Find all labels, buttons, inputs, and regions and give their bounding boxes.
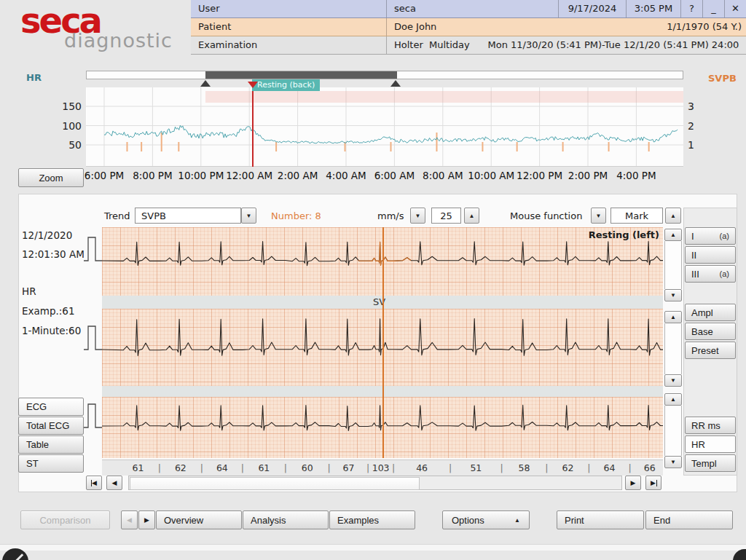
strip3-scroll-up-icon[interactable]: ▲ [664, 393, 682, 406]
trend-cursor-marker-icon[interactable] [248, 82, 258, 88]
beat-separator: | [392, 462, 395, 473]
ecg-scrollbar-track[interactable] [128, 476, 622, 490]
strip2-scroll-track[interactable] [664, 323, 682, 374]
end-button[interactable]: End [645, 510, 733, 529]
strip2-scrollbar[interactable]: ▲ ▼ [664, 311, 682, 387]
user-value: seca [387, 0, 558, 17]
trend-night-segment[interactable] [205, 71, 397, 79]
trend-time-tick: 8:00 AM [417, 170, 468, 181]
help-button[interactable]: ? [680, 0, 702, 17]
mouse-function-value[interactable]: Mark [610, 208, 663, 224]
examination-label: Examination [191, 36, 387, 54]
current-time: 3:05 PM [626, 0, 680, 17]
patient-dob: 1/1/1970 (54 Y.) [632, 18, 746, 36]
right-button-panel: I(a)IIIII(a)AmplBasePresetRR msHRTempl [683, 208, 737, 476]
mode-rr-ms-button[interactable]: RR ms [685, 417, 736, 434]
beat-separator: | [500, 462, 503, 473]
comparison-button[interactable]: Comparison [20, 510, 110, 529]
print-button[interactable]: Print [557, 510, 644, 529]
trend-cursor-period-label: Resting (back) [252, 79, 320, 91]
scroll-start-icon: ◀ [92, 479, 97, 486]
overview-button[interactable]: Overview [156, 510, 242, 529]
beat-separator: | [628, 462, 631, 473]
nav-prev-button[interactable]: ◀ [121, 510, 138, 529]
user-label: User [191, 0, 387, 17]
beat-hr-value: 66 [644, 462, 656, 473]
trend-range-scrollbar[interactable] [86, 71, 683, 79]
beat-separator: | [284, 462, 287, 473]
trend-time-tick: 2:00 PM [562, 170, 613, 181]
mouse-function-spin-up-icon[interactable]: ▲ [665, 208, 681, 224]
speed-spin-up-icon[interactable]: ▲ [464, 208, 479, 224]
beat-hr-value: 64 [216, 462, 228, 473]
hr-trend-chart[interactable] [86, 87, 683, 167]
trend-time-tick: 6:00 AM [369, 170, 420, 181]
mode-templ-button[interactable]: Templ [685, 454, 736, 472]
strip3-scrollbar[interactable]: ▲ ▼ [664, 393, 682, 468]
overlay-corner-icon[interactable] [733, 549, 746, 560]
options-up-icon: ▲ [514, 517, 520, 524]
patient-label: Patient [191, 18, 387, 36]
mode-hr-button[interactable]: HR [685, 435, 736, 453]
strip1-scroll-down-icon[interactable]: ▼ [664, 289, 682, 301]
scroll-right-button[interactable]: ▶ [625, 476, 641, 490]
speed-unit-dropdown-icon[interactable]: ▼ [410, 208, 425, 224]
strip2-scroll-down-icon[interactable]: ▼ [664, 374, 682, 387]
minimize-button[interactable]: _ [702, 0, 724, 17]
hr-section-label: HR [22, 285, 36, 297]
preset-button[interactable]: Preset [685, 342, 736, 359]
ampl-button[interactable]: Ampl [685, 304, 736, 321]
bottom-separator [0, 544, 746, 551]
ecg-scrollbar-thumb[interactable] [130, 477, 420, 490]
trend-left-axis-label: HR [26, 72, 42, 83]
scroll-left-button[interactable]: ◀ [106, 476, 122, 490]
options-button[interactable]: Options▲ [442, 510, 530, 529]
strip1-scroll-up-icon[interactable]: ▲ [664, 229, 682, 241]
tab-ecg[interactable]: ECG [18, 398, 84, 416]
calibration-pulse-icon [83, 322, 103, 354]
range-end-marker-icon[interactable] [390, 80, 401, 87]
trend-select-dropdown-icon[interactable]: ▼ [241, 208, 256, 224]
hr-trend-plot-svg [86, 87, 683, 166]
calibration-pulse-icon [83, 233, 103, 265]
strip3-scroll-down-icon[interactable]: ▼ [664, 456, 682, 468]
mouse-function-label: Mouse function [510, 210, 582, 221]
analysis-button[interactable]: Analysis [243, 510, 329, 529]
tab-total-ecg[interactable]: Total ECG [18, 417, 84, 435]
header-row-examination: Examination Holter Multiday Mon 11/30/20… [191, 36, 746, 55]
examples-button[interactable]: Examples [329, 510, 415, 529]
beat-hr-value: 62 [175, 462, 186, 473]
zoom-button[interactable]: Zoom [18, 168, 84, 187]
tab-table[interactable]: Table [18, 435, 84, 454]
scroll-to-end-button[interactable]: ▶ [645, 476, 661, 490]
ecg-strips[interactable]: SV [102, 227, 663, 458]
beat-hr-value: 103 [372, 462, 390, 473]
strip2-scroll-up-icon[interactable]: ▲ [664, 311, 682, 323]
beat-hr-value: 60 [302, 462, 313, 473]
scroll-to-start-button[interactable]: ◀ [86, 476, 102, 490]
header-row-user: User seca 9/17/2024 3:05 PM ? _ ✕ [191, 0, 746, 18]
strip3-scroll-track[interactable] [664, 406, 682, 456]
speed-value-field[interactable]: 25 [431, 208, 461, 224]
lead-button-iii[interactable]: III(a) [685, 265, 736, 283]
trend-select-value[interactable]: SVPB [135, 208, 241, 224]
mouse-function-dropdown-icon[interactable]: ▼ [591, 208, 606, 224]
ecg-date: 12/1/2020 [22, 229, 72, 241]
trend-right-tick: 3 [688, 100, 702, 112]
hr-one-minute-value: 1-Minute:60 [22, 325, 81, 336]
strip1-scroll-track[interactable] [664, 241, 682, 289]
trend-cursor-line[interactable] [252, 87, 254, 167]
beat-separator: | [241, 462, 244, 473]
lead-button-ii[interactable]: II [685, 246, 736, 264]
base-button[interactable]: Base [685, 323, 736, 340]
nav-next-button[interactable]: ▶ [138, 510, 155, 529]
range-start-marker-icon[interactable] [200, 80, 211, 87]
scroll-right-icon: ▶ [631, 479, 636, 486]
lead-button-i[interactable]: I(a) [685, 227, 736, 245]
trend-time-tick: 4:00 PM [610, 170, 661, 181]
close-button[interactable]: ✕ [724, 0, 746, 17]
ecg-cursor-line[interactable] [382, 227, 384, 458]
strip1-scrollbar[interactable]: ▲ ▼ [664, 229, 682, 301]
ecg-time: 12:01:30 AM [22, 248, 85, 260]
tab-st[interactable]: ST [18, 454, 84, 473]
